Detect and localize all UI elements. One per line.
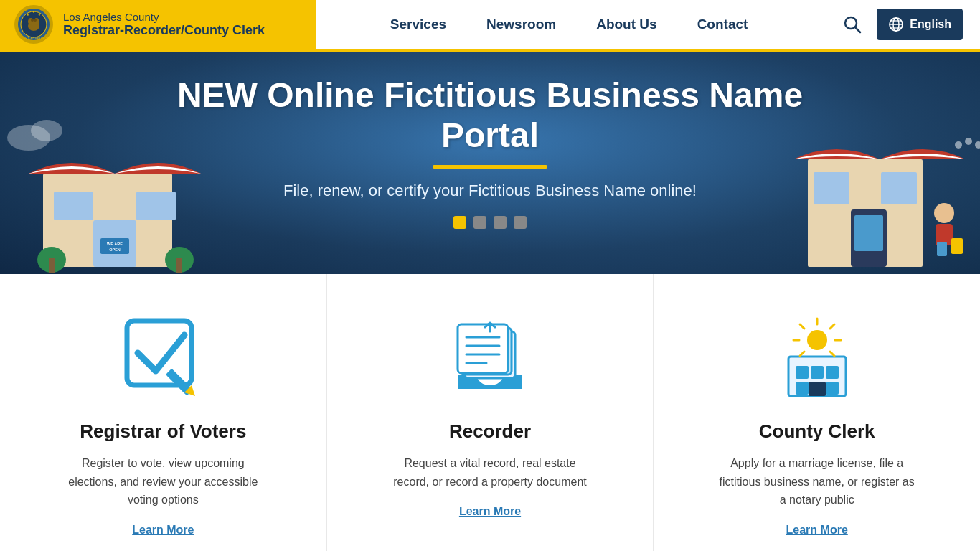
svg-text:★: ★ [32,10,35,14]
svg-point-60 [807,330,827,350]
recorder-desc: Request a vital record, real estate reco… [390,454,590,491]
svg-point-41 [965,138,972,145]
hero-dot-3[interactable] [494,216,507,229]
logo-area[interactable]: ★ ★ ★ LOS ANGELES COUNTY Los Angeles Cou… [0,0,316,49]
svg-point-30 [31,120,62,141]
recorder-icon [443,310,537,403]
voters-title: Registrar of Voters [80,420,246,443]
recorder-title: Recorder [449,420,531,443]
hero-subtitle: File, renew, or certify your Fictitious … [167,182,813,200]
voters-link[interactable]: Learn More [132,524,194,537]
svg-line-12 [856,28,861,33]
hero-content: NEW Online Fictitious Business Name Port… [167,75,813,228]
svg-rect-55 [811,366,824,379]
hero-dot-1[interactable] [453,216,466,229]
svg-point-11 [845,17,857,29]
org-line2: Registrar-Recorder/County Clerk [63,23,265,38]
card-clerk: County Clerk Apply for a marriage licens… [654,274,980,551]
svg-rect-33 [854,215,883,251]
nav-services[interactable]: Services [385,17,452,32]
language-label: English [910,18,951,31]
hero-divider [433,165,547,169]
svg-rect-20 [54,192,93,220]
nav-about[interactable]: About Us [590,17,662,32]
logo-text: Los Angeles County Registrar-Recorder/Co… [63,11,265,38]
clerk-desc: Apply for a marriage license, file a fic… [717,454,918,509]
svg-point-40 [955,141,962,149]
svg-rect-48 [458,324,508,373]
svg-rect-35 [881,172,917,204]
svg-rect-38 [951,238,963,254]
voters-desc: Register to vote, view upcoming election… [62,454,263,509]
hero-dots [167,216,813,229]
svg-line-65 [800,324,804,329]
svg-rect-56 [826,366,839,379]
clerk-title: County Clerk [759,420,875,443]
nav-newsroom[interactable]: Newsroom [481,17,562,32]
card-voters: Registrar of Voters Register to vote, vi… [0,274,327,551]
svg-rect-39 [937,242,947,256]
svg-rect-54 [796,366,809,379]
svg-point-5 [31,19,34,22]
svg-line-62 [830,324,834,329]
service-cards: Registrar of Voters Register to vote, vi… [0,274,980,551]
svg-rect-58 [826,382,839,395]
svg-line-64 [830,352,834,356]
language-button[interactable]: English [877,9,963,40]
svg-text:★: ★ [38,13,41,17]
hero-dot-2[interactable] [473,216,486,229]
logo-seal: ★ ★ ★ LOS ANGELES COUNTY [14,5,53,44]
svg-line-67 [800,352,804,356]
svg-text:LOS ANGELES COUNTY: LOS ANGELES COUNTY [24,37,51,39]
svg-rect-34 [814,172,849,204]
clerk-link[interactable]: Learn More [786,524,848,537]
card-recorder: Recorder Request a vital record, real es… [327,274,654,551]
svg-rect-28 [176,258,182,273]
header: ★ ★ ★ LOS ANGELES COUNTY Los Angeles Cou… [0,0,980,52]
voters-icon [116,310,209,403]
recorder-link[interactable]: Learn More [459,505,521,518]
nav-contact[interactable]: Contact [692,17,754,32]
hero-banner: WE ARE OPEN [0,52,980,274]
svg-point-42 [975,141,980,149]
svg-text:WE ARE: WE ARE [107,242,123,246]
hero-dot-4[interactable] [514,216,527,229]
hero-title: NEW Online Fictitious Business Name Port… [167,75,813,154]
header-right: English [822,9,980,40]
search-button[interactable] [839,11,865,37]
svg-text:OPEN: OPEN [109,248,121,252]
clerk-icon [771,310,864,403]
svg-rect-26 [49,258,55,273]
main-nav: Services Newsroom About Us Contact [316,0,822,49]
globe-icon [888,17,904,32]
svg-rect-57 [796,382,809,395]
svg-point-36 [934,203,954,223]
svg-point-6 [34,19,37,22]
org-line1: Los Angeles County [63,11,265,23]
svg-text:★: ★ [27,13,29,17]
svg-rect-59 [809,382,826,396]
